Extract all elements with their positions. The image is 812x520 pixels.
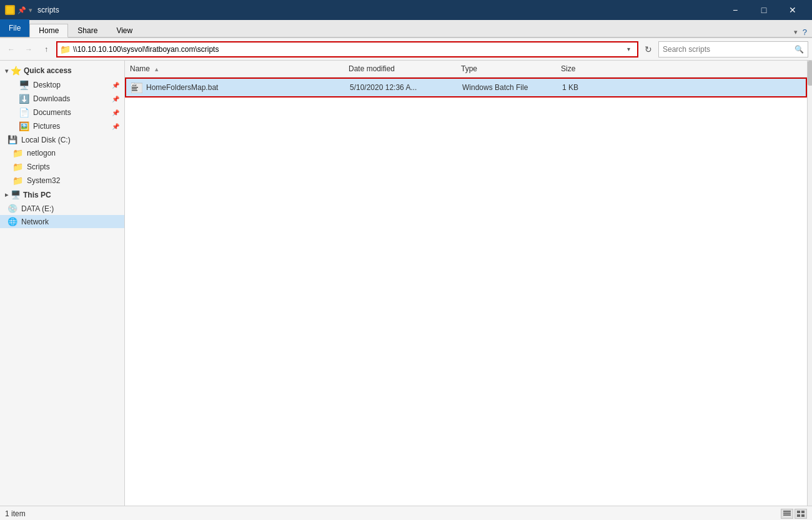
sidebar-item-netlogon[interactable]: 📁 netlogon [0,146,124,160]
sidebar-item-system32-label: System32 [27,176,60,185]
file-name-cell: bat HomeFoldersMap.bat [131,82,350,93]
content-area: Name ▲ Date modified Type Size [125,61,807,506]
documents-folder-icon: 📄 [19,108,29,118]
bat-file-icon: bat [131,82,142,93]
sidebar-item-documents[interactable]: 📄 Documents 📌 [0,106,124,119]
address-input[interactable] [73,45,620,54]
svg-rect-9 [797,511,800,513]
quick-access-chevron: ▾ [5,68,8,74]
scripts-folder-icon: 📁 [12,162,23,172]
this-pc-label: This PC [23,191,51,199]
svg-rect-3 [132,89,137,90]
col-header-name[interactable]: Name ▲ [130,64,349,73]
maximize-button[interactable]: □ [750,0,778,20]
sidebar-item-data-e-label: DATA (E:) [21,204,54,213]
main-layout: ▾ ⭐ Quick access 🖥️ Desktop 📌 ⬇️ Downloa… [0,61,812,506]
address-bar-row: ← → ↑ 📁 ▾ ↻ 🔍 [0,38,812,61]
sidebar-item-local-disk-label: Local Disk (C:) [21,136,71,144]
ribbon: File Home Share View ▾ ? [0,20,812,38]
sidebar-item-netlogon-label: netlogon [27,149,56,158]
pictures-folder-icon: 🖼️ [19,121,29,131]
sidebar-item-data-e[interactable]: 💿 DATA (E:) [0,202,124,215]
sidebar-item-pictures[interactable]: 🖼️ Pictures 📌 [0,119,124,133]
tab-file[interactable]: File [0,19,29,37]
close-button[interactable]: ✕ [778,0,807,20]
search-box[interactable]: 🔍 [658,41,808,58]
refresh-button[interactable]: ↻ [641,42,656,57]
svg-rect-10 [801,511,805,513]
col-header-size[interactable]: Size [561,64,611,73]
sidebar-item-downloads[interactable]: ⬇️ Downloads 📌 [0,92,124,106]
system32-folder-icon: 📁 [12,176,23,186]
right-scrollbar[interactable] [807,61,812,506]
svg-rect-4 [132,90,137,91]
window-controls: − □ ✕ [721,0,807,20]
svg-text:bat: bat [132,84,137,87]
name-sort-icon: ▲ [154,66,159,72]
col-header-date[interactable]: Date modified [349,64,461,73]
sidebar-item-network[interactable]: 🌐 Network [0,215,124,228]
svg-rect-8 [783,514,791,516]
sidebar-item-scripts[interactable]: 📁 Scripts [0,160,124,174]
up-button[interactable]: ↑ [39,42,54,57]
this-pc-icon: 🖥️ [11,190,21,199]
downloads-folder-icon: ⬇️ [19,94,29,104]
sidebar-section-quick-access[interactable]: ▾ ⭐ Quick access [0,63,124,78]
title-bar-icons: 📌 ▾ [5,5,32,15]
network-icon: 🌐 [7,217,17,226]
sidebar-item-system32[interactable]: 📁 System32 [0,174,124,188]
local-disk-icon: 💾 [7,135,17,144]
details-view-button[interactable] [781,509,793,519]
file-name: HomeFoldersMap.bat [146,83,218,92]
table-row[interactable]: bat HomeFoldersMap.bat 5/10/2020 12:36 A… [125,78,807,98]
sidebar-item-pictures-label: Pictures [33,122,60,131]
forward-button[interactable]: → [21,42,36,57]
tab-view[interactable]: View [107,24,142,38]
data-drive-icon: 💿 [7,204,17,213]
sidebar-item-downloads-label: Downloads [33,94,70,103]
netlogon-folder-icon: 📁 [12,148,23,158]
quick-access-label: Quick access [24,66,72,75]
col-header-type[interactable]: Type [461,64,561,73]
file-type: Windows Batch File [462,83,562,92]
ribbon-tabs: File Home Share View ▾ ? [0,20,812,38]
sidebar-item-local-disk[interactable]: 💾 Local Disk (C:) [0,133,124,146]
svg-rect-6 [783,511,791,512]
this-pc-chevron: ▸ [5,191,8,198]
downloads-pin-icon: 📌 [112,96,119,102]
status-bar: 1 item [0,506,812,520]
tiles-view-button[interactable] [795,509,807,519]
address-folder-icon: 📁 [60,44,71,54]
file-date: 5/10/2020 12:36 A... [350,83,462,92]
tab-home[interactable]: Home [29,24,68,38]
search-icon: 🔍 [795,45,804,54]
help-button[interactable]: ? [803,28,807,37]
desktop-folder-icon: 🖥️ [19,80,29,90]
sidebar-item-desktop[interactable]: 🖥️ Desktop 📌 [0,78,124,92]
search-input[interactable] [663,45,792,54]
status-view-icons [781,509,807,519]
documents-pin-icon: 📌 [112,109,119,116]
title-bar: 📌 ▾ scripts − □ ✕ [0,0,812,20]
quick-access-icon: ⭐ [11,66,21,76]
svg-rect-11 [797,514,800,517]
ribbon-collapse-button[interactable]: ▾ [794,28,798,36]
tab-share[interactable]: Share [68,24,107,38]
address-box[interactable]: 📁 ▾ [56,41,638,58]
svg-rect-12 [801,514,805,517]
quick-access-toolbar-pin[interactable]: 📌 [17,6,26,14]
quick-access-toolbar-arrow[interactable]: ▾ [29,6,32,14]
sidebar-item-desktop-label: Desktop [33,81,61,89]
address-dropdown-button[interactable]: ▾ [622,46,635,52]
pictures-pin-icon: 📌 [112,123,119,130]
sidebar-item-documents-label: Documents [33,108,71,117]
back-button[interactable]: ← [4,42,19,57]
sidebar-section-this-pc[interactable]: ▸ 🖥️ This PC [0,188,124,202]
app-icon [5,5,15,15]
sidebar-item-network-label: Network [21,218,49,226]
column-headers: Name ▲ Date modified Type Size [125,61,807,78]
minimize-button[interactable]: − [721,0,750,20]
svg-rect-2 [132,87,138,88]
desktop-pin-icon: 📌 [112,82,119,89]
svg-rect-7 [783,512,791,514]
